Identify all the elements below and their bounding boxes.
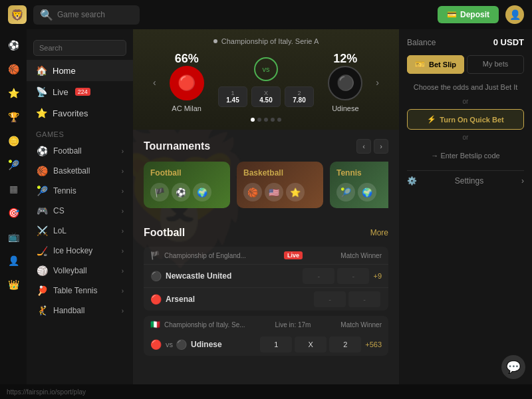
sidebar-icon-crown[interactable]: 👑 [3,274,24,295]
search-input[interactable] [57,10,137,19]
nav-item-live[interactable]: 📡 Live 224 [27,81,133,102]
settings-row[interactable]: ⚙️ Settings › [407,170,524,191]
team1-info: 66% 🔴 AC Milan [170,52,204,112]
tabletennis-nav-icon: 🏓 [36,285,48,296]
odd-val-2: 7.80 [291,96,308,104]
odd-btn-1[interactable]: 1 1.45 [218,86,247,107]
dot-1 [251,118,255,122]
settings-icon: ⚙️ [407,176,417,186]
settings-chevron-icon: › [521,176,524,186]
sidebar-icon-football[interactable]: ⚽ [3,35,24,56]
nav-sport-handball[interactable]: 🤾 Handball › [27,301,133,321]
odd-label-x: X [257,90,275,96]
chat-icon: 💬 [506,360,521,374]
handball-arrow: › [122,307,124,315]
team2-name: Udinese [328,104,362,112]
dot-2 [257,118,261,122]
team1-logo: 🔴 [170,66,204,100]
match2-plus-more[interactable]: +563 [365,340,382,348]
nav-sport-lol[interactable]: ⚔️ LoL › [27,221,133,241]
tournament-basketball[interactable]: Basketball 🏀 🇺🇸 ⭐ [237,162,323,208]
nav-sport-basketball[interactable]: 🏀 Basketball › [27,161,133,181]
match2-odd-x[interactable]: X [295,336,327,352]
tournaments-row: Football 🏴 ⚽ 🌍 Basketball 🏀 🇺🇸 ⭐ Tennis [144,162,388,208]
nav-sport-cs[interactable]: 🎮 CS › [27,201,133,221]
betslip-code-button[interactable]: → Enter Betslip code [407,148,524,164]
tournaments-nav: ‹ › [356,139,388,154]
avatar[interactable]: 👤 [505,5,524,24]
match1-odd-1[interactable]: - [303,268,334,284]
match1-plus-more[interactable]: +9 [373,272,382,280]
bet-slip-label: Bet Slip [429,61,456,68]
nav-sport-tennis[interactable]: 🎾 Tennis › [27,181,133,201]
search-box[interactable]: 🔍 [33,5,140,25]
odd-btn-2[interactable]: 2 7.80 [285,86,314,107]
quick-bet-label: Turn On Quick Bet [440,116,503,124]
nav-search-input[interactable] [33,40,126,56]
quick-bet-button[interactable]: ⚡ Turn On Quick Bet [407,109,524,130]
tournaments-prev-btn[interactable]: ‹ [356,139,371,154]
football-header: Football More [144,227,388,239]
nav-favorites-label: Favorites [53,108,88,118]
odd-btn-x[interactable]: X 4.50 [251,86,281,107]
t-logo-2: ⚽ [172,183,190,201]
basketball-arrow: › [122,168,124,175]
sidebar-icon-person[interactable]: 👤 [3,250,24,271]
nav-sport-tabletennis-label: Table Tennis [53,286,98,295]
logo-icon[interactable]: 🦁 [8,5,27,24]
home-icon: 🏠 [36,65,47,76]
nav-sport-volleyball[interactable]: 🏐 Volleyball › [27,261,133,281]
match2-odd-2[interactable]: 2 [329,336,361,352]
sidebar-icon-trophy[interactable]: 🏆 [3,106,24,128]
dot-5 [277,118,281,122]
nav-sport-volleyball-label: Volleyball [53,266,87,275]
my-bets-tab[interactable]: My bets [467,55,524,74]
bet-slip-tab[interactable]: 🎫 Bet Slip [407,55,464,74]
status-url: https://fairspin.io/sport/play [7,388,86,396]
tournament-tennis[interactable]: Tennis 🎾 🌍 [330,162,388,208]
match1-team1-logo: ⚫ [150,271,162,281]
sidebar-icon-basketball[interactable]: 🏀 [3,59,24,80]
sidebar-icon-grid[interactable]: ▦ [3,178,24,200]
main-content: 🦁 Championship of Italy. Serie A ‹ 66% 🔴… [133,29,399,399]
tournaments-title: Tournaments [144,140,210,152]
nav-panel: 🏠 Home 📡 Live 224 ⭐ Favorites Games ⚽ Fo… [27,29,133,399]
football-more[interactable]: More [370,228,388,237]
match1-odd-3[interactable]: - [314,291,346,307]
sidebar-icon-star[interactable]: ⭐ [3,82,24,104]
football-title: Football [144,227,185,239]
match2-league-info: 🇮🇹 Championship of Italy. Se... [150,320,245,329]
tournaments-next-btn[interactable]: › [374,139,388,154]
deposit-button[interactable]: 💳 Deposit [438,6,499,23]
status-bar: https://fairspin.io/sport/play [0,384,532,399]
avatar-icon: 👤 [509,9,521,20]
tournament-basketball-name: Basketball [243,168,317,178]
nav-sport-icehockey[interactable]: 🏒 Ice Hockey › [27,241,133,261]
sidebar-icon-coin[interactable]: 🪙 [3,130,24,152]
match1-odd-4[interactable]: - [348,291,380,307]
match1-league-info: 🏴 Championship of England... [150,251,246,260]
nav-item-favorites[interactable]: ⭐ Favorites [27,102,133,124]
match1-odd-2[interactable]: - [337,268,369,284]
hero-next-button[interactable]: › [376,77,379,88]
or-divider-1: or [407,98,524,105]
match1-live-badge: Live [284,251,303,259]
league-name: Championship of Italy. Serie A [221,37,319,45]
match2-odd-1[interactable]: 1 [260,336,292,352]
odd-label-1: 1 [224,90,241,96]
nav-sport-tabletennis[interactable]: 🏓 Table Tennis › [27,281,133,301]
left-sidebar: ⚽ 🏀 ⭐ 🏆 🪙 🎾 ▦ 🎯 📺 👤 👑 [0,29,27,399]
sidebar-icon-tv[interactable]: 📺 [3,226,24,247]
chat-widget[interactable]: 💬 [501,355,525,379]
nav-sport-football[interactable]: ⚽ Football › [27,141,133,161]
nav-item-home[interactable]: 🏠 Home [27,60,133,81]
balance-value: 0 USDT [493,37,524,47]
football-nav-icon: ⚽ [36,146,48,156]
sidebar-icon-tennis[interactable]: 🎾 [3,154,24,176]
sidebar-icon-target[interactable]: 🎯 [3,202,24,223]
logo-symbol: 🦁 [11,9,24,21]
t-logo-3: 🌍 [193,183,211,201]
betslip-icon: 🎫 [415,60,425,69]
tournament-football[interactable]: Football 🏴 ⚽ 🌍 [144,162,230,208]
match-item-2: 🇮🇹 Championship of Italy. Se... Live in:… [144,316,388,356]
